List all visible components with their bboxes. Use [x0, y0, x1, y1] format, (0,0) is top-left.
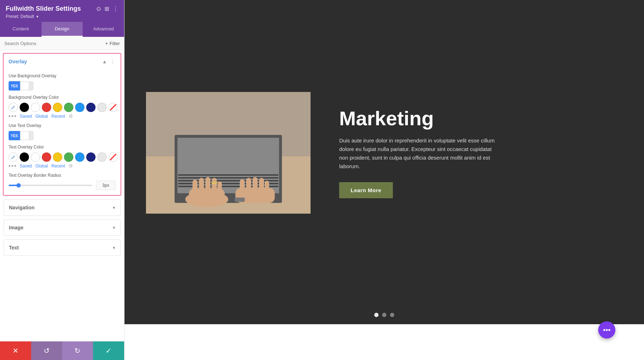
- dot1: [9, 115, 10, 117]
- color-light[interactable]: [97, 103, 107, 112]
- close-icon: ✕: [13, 346, 19, 355]
- navigation-section: Navigation ▾: [4, 199, 121, 216]
- toggle-yes-label-2: YES: [9, 131, 20, 140]
- tab-advanced[interactable]: Advanced: [83, 22, 124, 37]
- saved-link[interactable]: Saved: [20, 114, 32, 119]
- border-radius-thumb[interactable]: [16, 183, 21, 188]
- svg-rect-12: [199, 178, 204, 191]
- color-yellow[interactable]: [53, 103, 62, 112]
- overlay-section: Overlay ▲ ⋮ Use Background Overlay YES B…: [3, 53, 121, 196]
- panel-header-icons: ⊙ ⊞ ⋮: [96, 5, 118, 12]
- toggle-knob-2[interactable]: [21, 132, 29, 140]
- text-color-light[interactable]: [97, 152, 107, 162]
- color-picker-swatch[interactable]: [9, 103, 18, 112]
- preset-label: Preset: Default: [6, 14, 34, 19]
- right-panel: Marketing Duis aute irure dolor in repre…: [125, 0, 644, 360]
- redo-button[interactable]: ↻: [62, 341, 93, 360]
- text-section-header[interactable]: Text ▾: [4, 240, 120, 256]
- toggle-knob[interactable]: [21, 82, 29, 90]
- dot3: [14, 115, 16, 117]
- text-color-green[interactable]: [64, 152, 73, 162]
- overlay-menu-icon[interactable]: ⋮: [110, 58, 116, 65]
- color-white[interactable]: [31, 103, 40, 112]
- svg-rect-18: [240, 179, 245, 191]
- filter-button[interactable]: + Filter: [105, 40, 120, 46]
- search-bar: + Filter: [0, 37, 124, 50]
- use-bg-overlay-toggle[interactable]: YES: [9, 81, 34, 91]
- undo-button[interactable]: ↺: [31, 341, 62, 360]
- preset-selector[interactable]: Preset: Default ▼: [6, 14, 118, 19]
- overlay-section-title: Overlay: [9, 59, 27, 64]
- svg-rect-5: [178, 177, 278, 179]
- text-color-none[interactable]: [108, 152, 118, 162]
- filter-plus-icon: +: [105, 40, 108, 46]
- image-collapse-icon[interactable]: ▾: [113, 225, 115, 230]
- text-color-black[interactable]: [20, 152, 29, 162]
- color-settings-icon[interactable]: ⚙: [69, 113, 73, 119]
- text-saved-link[interactable]: Saved: [20, 164, 32, 169]
- float-action-button[interactable]: •••: [598, 321, 615, 339]
- text-global-link[interactable]: Global: [35, 164, 48, 169]
- image-section: Image ▾: [4, 219, 121, 236]
- text-collapse-icon[interactable]: ▾: [113, 245, 115, 250]
- close-button[interactable]: ✕: [0, 341, 31, 360]
- slide-cta-label: Learn More: [351, 187, 381, 193]
- color-blue[interactable]: [75, 103, 84, 112]
- color-green[interactable]: [64, 103, 73, 112]
- tdot3: [14, 165, 16, 167]
- global-link[interactable]: Global: [35, 114, 48, 119]
- slide-content: Marketing Duis aute irure dolor in repre…: [125, 0, 644, 306]
- svg-rect-14: [212, 178, 217, 191]
- save-button[interactable]: ✓: [93, 341, 124, 360]
- text-color-yellow[interactable]: [53, 152, 62, 162]
- overlay-collapse-icon[interactable]: ▲: [102, 59, 107, 64]
- filter-label: Filter: [109, 41, 120, 46]
- recent-link[interactable]: Recent: [52, 114, 65, 119]
- color-red[interactable]: [42, 103, 51, 112]
- slider-area: Marketing Duis aute irure dolor in repre…: [125, 0, 644, 306]
- text-color-picker-swatch[interactable]: [9, 152, 18, 162]
- grid-icon[interactable]: ⊞: [104, 5, 109, 12]
- text-color-row: [9, 152, 116, 162]
- text-color-red[interactable]: [42, 152, 51, 162]
- border-radius-input[interactable]: 3px: [96, 181, 116, 190]
- text-color-settings-icon[interactable]: ⚙: [69, 163, 73, 169]
- tdot2: [11, 165, 13, 167]
- use-text-overlay-toggle[interactable]: YES: [9, 131, 34, 140]
- more-icon[interactable]: ⋮: [113, 5, 118, 12]
- svg-rect-20: [253, 177, 258, 191]
- overlay-section-header[interactable]: Overlay ▲ ⋮: [4, 54, 121, 69]
- text-border-radius-label: Text Overlay Border Radius: [9, 173, 116, 178]
- navigation-collapse-icon[interactable]: ▾: [113, 205, 115, 210]
- svg-rect-15: [218, 181, 222, 193]
- slider-dot-2[interactable]: [382, 313, 386, 317]
- color-none[interactable]: [108, 103, 118, 112]
- navigation-section-header[interactable]: Navigation ▾: [4, 200, 120, 215]
- slider-dots: [125, 306, 644, 324]
- text-color-navy[interactable]: [86, 152, 96, 162]
- laptop-image-svg: [146, 92, 311, 214]
- text-section: Text ▾: [4, 239, 121, 256]
- svg-rect-16: [211, 182, 217, 184]
- slider-dot-3[interactable]: [390, 313, 394, 317]
- search-input[interactable]: [4, 41, 105, 46]
- image-section-header[interactable]: Image ▾: [4, 220, 120, 235]
- text-color-white[interactable]: [31, 152, 40, 162]
- color-navy[interactable]: [86, 103, 96, 112]
- color-black[interactable]: [20, 103, 29, 112]
- dot2: [11, 115, 13, 117]
- text-color-dots: [9, 165, 16, 167]
- slider-dot-1[interactable]: [374, 313, 379, 317]
- use-bg-overlay-label: Use Background Overlay: [9, 73, 116, 78]
- text-recent-link[interactable]: Recent: [52, 164, 65, 169]
- redo-icon: ↻: [74, 346, 80, 355]
- tab-design[interactable]: Design: [42, 22, 83, 37]
- text-color-blue[interactable]: [75, 152, 84, 162]
- view-icon[interactable]: ⊙: [96, 5, 101, 12]
- slide-cta-button[interactable]: Learn More: [339, 182, 393, 198]
- svg-rect-22: [265, 181, 269, 191]
- panel-content: Overlay ▲ ⋮ Use Background Overlay YES B…: [0, 50, 124, 341]
- tab-content[interactable]: Content: [0, 22, 42, 37]
- slide-image: [146, 92, 311, 214]
- border-radius-slider-row: 3px: [9, 181, 116, 190]
